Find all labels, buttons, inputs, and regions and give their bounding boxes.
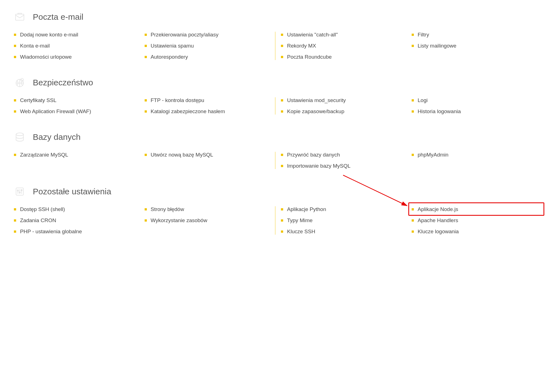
link-item[interactable]: Przekierowania poczty/aliasy xyxy=(145,32,270,38)
settings-icon xyxy=(14,186,26,197)
link-item[interactable]: Autorespondery xyxy=(145,54,270,60)
link-label: Ustawienia "catch-all" xyxy=(287,32,338,38)
link-label: FTP - kontrola dostępu xyxy=(151,97,204,103)
column: Ustawienia mod_securityKopie zapasowe/ba… xyxy=(281,97,412,115)
column-divider xyxy=(275,206,275,235)
section-header: Bazy danych xyxy=(14,131,542,143)
link-item[interactable]: Poczta Roundcube xyxy=(281,54,406,60)
bullet-icon xyxy=(14,110,16,113)
shield-icon xyxy=(14,77,26,88)
bullet-icon xyxy=(281,165,283,167)
link-item[interactable]: FTP - kontrola dostępu xyxy=(145,97,270,103)
section-header: Poczta e-mail xyxy=(14,11,542,23)
bullet-icon xyxy=(14,34,16,36)
link-item[interactable]: Dodaj nowe konto e-mail xyxy=(14,32,139,38)
bullet-icon xyxy=(281,208,283,210)
link-item[interactable]: Zadania CRON xyxy=(14,217,139,224)
link-item[interactable]: Klucze logowania xyxy=(412,229,537,235)
link-item[interactable]: Utwórz nową bazę MySQL xyxy=(145,152,270,158)
link-item[interactable]: Dostęp SSH (shell) xyxy=(14,206,139,212)
link-label: Dostęp SSH (shell) xyxy=(20,206,65,212)
link-item[interactable]: Wykorzystanie zasobów xyxy=(145,217,270,224)
link-item[interactable]: Ustawienia mod_security xyxy=(281,97,406,103)
link-item[interactable]: Zarządzanie MySQL xyxy=(14,152,139,158)
bullet-icon xyxy=(14,56,16,58)
link-label: Wykorzystanie zasobów xyxy=(151,217,207,224)
section-title: Bazy danych xyxy=(33,132,81,142)
link-label: Strony błędów xyxy=(151,206,184,212)
link-item[interactable]: Aplikacje Node.js xyxy=(412,206,537,212)
link-label: Typy Mime xyxy=(287,217,313,224)
link-item[interactable]: Historia logowania xyxy=(412,108,537,115)
column: LogiHistoria logowania xyxy=(412,97,542,115)
section-header: Bezpieczeństwo xyxy=(14,77,542,88)
link-item[interactable]: Przywróć bazy danych xyxy=(281,152,406,158)
link-item[interactable]: Rekordy MX xyxy=(281,43,406,49)
columns: Zarządzanie MySQLUtwórz nową bazę MySQLP… xyxy=(14,152,542,169)
column: Strony błędówWykorzystanie zasobów xyxy=(145,206,275,235)
link-label: Listy mailingowe xyxy=(418,43,456,49)
section-title: Bezpieczeństwo xyxy=(33,78,93,87)
bullet-icon xyxy=(14,45,16,47)
link-label: Kopie zapasowe/backup xyxy=(287,108,344,115)
link-item[interactable]: Ustawienia "catch-all" xyxy=(281,32,406,38)
link-item[interactable]: Web Aplication Firewall (WAF) xyxy=(14,108,139,115)
link-item[interactable]: Logi xyxy=(412,97,537,103)
bullet-icon xyxy=(145,154,147,156)
columns: Certyfikaty SSLWeb Aplication Firewall (… xyxy=(14,97,542,115)
link-label: Historia logowania xyxy=(418,108,461,115)
column: Przekierowania poczty/aliasyUstawienia s… xyxy=(145,32,275,60)
link-label: Klucze logowania xyxy=(418,229,459,235)
link-item[interactable]: PHP - ustawienia globalne xyxy=(14,229,139,235)
link-item[interactable]: Listy mailingowe xyxy=(412,43,537,49)
link-label: Katalogi zabezpieczone hasłem xyxy=(151,108,225,115)
link-label: Przekierowania poczty/aliasy xyxy=(151,32,219,38)
bullet-icon xyxy=(281,154,283,156)
svg-point-7 xyxy=(21,190,22,191)
link-item[interactable]: Filtry xyxy=(412,32,537,38)
link-item[interactable]: Strony błędów xyxy=(145,206,270,212)
bullet-icon xyxy=(145,45,147,47)
link-label: Ustawienia spamu xyxy=(151,43,194,49)
column: Aplikacje PythonTypy MimeKlucze SSH xyxy=(281,206,412,235)
bullet-icon xyxy=(14,99,16,101)
svg-point-5 xyxy=(17,190,18,191)
svg-point-6 xyxy=(19,192,20,193)
link-label: Dodaj nowe konto e-mail xyxy=(20,32,78,38)
section-title: Pozostałe ustawienia xyxy=(33,187,111,196)
mail-icon xyxy=(14,11,26,23)
link-item[interactable]: Wiadomości urlopowe xyxy=(14,54,139,60)
link-item[interactable]: Konta e-mail xyxy=(14,43,139,49)
link-item[interactable]: Kopie zapasowe/backup xyxy=(281,108,406,115)
link-item[interactable]: Importowanie bazy MySQL xyxy=(281,163,406,169)
bullet-icon xyxy=(281,34,283,36)
link-label: Apache Handlers xyxy=(418,217,458,224)
link-item[interactable]: Ustawienia spamu xyxy=(145,43,270,49)
bullet-icon xyxy=(14,230,16,233)
link-item[interactable]: Typy Mime xyxy=(281,217,406,224)
bullet-icon xyxy=(412,99,414,101)
link-label: Autorespondery xyxy=(151,54,188,60)
link-item[interactable]: Klucze SSH xyxy=(281,229,406,235)
column: phpMyAdmin xyxy=(412,152,542,169)
bullet-icon xyxy=(412,154,414,156)
link-item[interactable]: Katalogi zabezpieczone hasłem xyxy=(145,108,270,115)
link-item[interactable]: Apache Handlers xyxy=(412,217,537,224)
link-label: PHP - ustawienia globalne xyxy=(20,229,82,235)
bullet-icon xyxy=(281,219,283,222)
bullet-icon xyxy=(145,219,147,222)
link-label: Filtry xyxy=(418,32,429,38)
link-item[interactable]: Aplikacje Python xyxy=(281,206,406,212)
bullet-icon xyxy=(412,110,414,113)
section-security: BezpieczeństwoCertyfikaty SSLWeb Aplicat… xyxy=(14,77,542,115)
bullet-icon xyxy=(14,219,16,222)
columns: Dostęp SSH (shell)Zadania CRONPHP - usta… xyxy=(14,206,542,235)
bullet-icon xyxy=(412,219,414,222)
column: FiltryListy mailingowe xyxy=(412,32,542,60)
link-item[interactable]: Certyfikaty SSL xyxy=(14,97,139,103)
column: Dostęp SSH (shell)Zadania CRONPHP - usta… xyxy=(14,206,145,235)
bullet-icon xyxy=(145,110,147,113)
column: Aplikacje Node.jsApache HandlersKlucze l… xyxy=(412,206,542,235)
section-databases: Bazy danychZarządzanie MySQLUtwórz nową … xyxy=(14,131,542,169)
link-item[interactable]: phpMyAdmin xyxy=(412,152,537,158)
